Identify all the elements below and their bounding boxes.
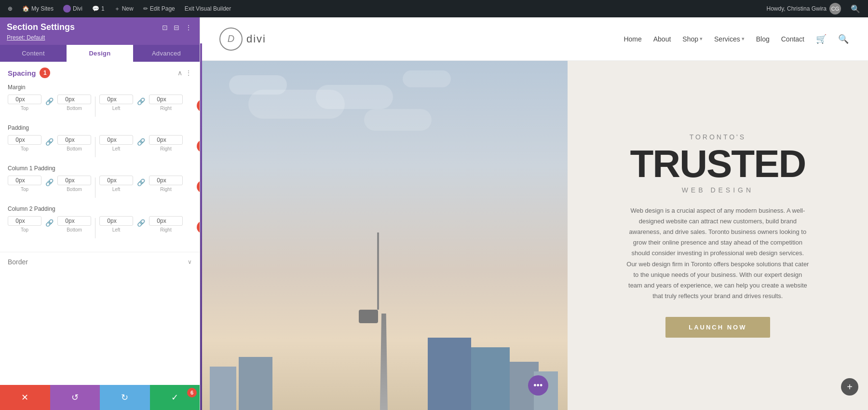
admin-bar: ⊕ 🏠 My Sites Divi 💬 1 ＋ New ✏ Edit Page …	[0, 0, 868, 17]
redo-button[interactable]: ↻	[100, 385, 150, 410]
col2-bottom-label: Bottom	[67, 227, 82, 232]
nav-shop[interactable]: Shop ▾	[682, 35, 703, 43]
padding-right-field[interactable]	[152, 137, 171, 143]
save-badge: 6	[187, 388, 197, 397]
padding-left-field[interactable]	[103, 137, 121, 143]
tab-advanced[interactable]: Advanced	[133, 45, 200, 62]
building-6	[210, 367, 236, 410]
my-sites-button[interactable]: 🏠 My Sites	[18, 0, 57, 17]
nav-blog[interactable]: Blog	[756, 35, 770, 43]
col2-left-field[interactable]	[103, 218, 121, 224]
cancel-button[interactable]: ✕	[0, 385, 50, 410]
margin-bottom-field[interactable]	[61, 96, 79, 103]
edit-page-button[interactable]: ✏ Edit Page	[139, 0, 179, 17]
nav-home[interactable]: Home	[624, 35, 641, 43]
col1-link-tb-icon[interactable]: 🔗	[42, 178, 56, 186]
tab-content[interactable]: Content	[0, 45, 67, 62]
tab-design[interactable]: Design	[67, 45, 133, 62]
col2-right-field[interactable]	[152, 218, 171, 224]
margin-subsection: Margin Top	[8, 84, 192, 117]
padding-link-tb-icon[interactable]: 🔗	[42, 138, 56, 146]
col1-top-field[interactable]	[11, 177, 29, 184]
wp-logo-button[interactable]: ⊕	[4, 0, 16, 17]
col2-link-lr-icon[interactable]: 🔗	[134, 219, 148, 227]
col1-padding-subsection: Column 1 Padding Top 🔗	[8, 165, 192, 198]
undo-icon: ↺	[71, 392, 79, 403]
wp-icon: ⊕	[8, 5, 13, 12]
save-button[interactable]: ✓ 6	[150, 385, 200, 410]
launch-now-button[interactable]: LAUNCH NOW	[665, 317, 770, 338]
nav-search-icon[interactable]: 🔍	[838, 34, 849, 44]
spacing-badge: 1	[40, 68, 50, 78]
margin-left-label: Left	[112, 106, 121, 111]
margin-right-field[interactable]	[152, 96, 171, 103]
border-section-header: Border ∨	[8, 258, 192, 266]
logo-letter: D	[228, 33, 234, 44]
cart-icon[interactable]: 🛒	[816, 34, 827, 44]
col1-right-input: Right	[149, 176, 183, 192]
padding-bottom-field[interactable]	[61, 137, 79, 143]
margin-link-tb-icon[interactable]: 🔗	[42, 97, 56, 105]
padding-bottom-label: Bottom	[67, 146, 82, 151]
floating-more-button[interactable]: •••	[528, 375, 548, 396]
comments-button[interactable]: 💬 1	[88, 0, 108, 17]
hero-section: ••• TORONTO'S TRUSTED WEB DESIGN Web des…	[200, 61, 868, 410]
margin-bottom-input: Bottom	[57, 95, 91, 111]
spacing-header: Spacing 1 ∧ ⋮	[8, 68, 192, 78]
col1-left-field[interactable]	[103, 177, 121, 184]
border-section: Border ∨	[0, 252, 200, 272]
more-dots-icon: •••	[533, 381, 542, 391]
col1-left-input: Left	[99, 176, 133, 192]
new-content-button[interactable]: ＋ New	[110, 0, 137, 17]
col2-top-label: Top	[21, 227, 28, 232]
margin-link-lr-icon[interactable]: 🔗	[134, 97, 148, 105]
border-chevron-icon[interactable]: ∨	[188, 259, 192, 265]
spacing-more-icon[interactable]: ⋮	[185, 69, 192, 77]
col1-left-label: Left	[112, 187, 121, 192]
nav-services[interactable]: Services ▾	[714, 35, 745, 43]
logo-text: divi	[246, 33, 266, 45]
site-nav: Home About Shop ▾ Services ▾ Blog Contac	[624, 34, 849, 44]
divi-logo-icon	[63, 5, 71, 13]
margin-top-field[interactable]	[11, 96, 29, 103]
logo-circle: D	[219, 27, 243, 51]
margin-left-input: Left	[99, 95, 133, 111]
cn-tower-pod	[359, 310, 378, 323]
col1-right-field[interactable]	[152, 177, 171, 184]
padding-divider	[95, 137, 95, 157]
col2-top-field[interactable]	[11, 218, 29, 224]
building-5	[239, 357, 272, 410]
exit-builder-button[interactable]: Exit Visual Builder	[181, 0, 235, 17]
services-dropdown-icon: ▾	[742, 36, 745, 42]
cancel-icon: ✕	[21, 392, 28, 403]
nav-contact[interactable]: Contact	[781, 35, 804, 43]
col1-bottom-field[interactable]	[61, 177, 79, 184]
col1-top-label: Top	[21, 187, 28, 192]
divi-button[interactable]: Divi	[59, 0, 86, 17]
col2-bottom-field[interactable]	[61, 218, 79, 224]
avatar: CG	[829, 3, 841, 14]
floating-plus-button[interactable]: +	[841, 378, 858, 396]
more-options-icon[interactable]: ⋮	[184, 23, 193, 32]
edit-icon: ✏	[143, 5, 148, 12]
col1-link-lr-icon[interactable]: 🔗	[134, 178, 148, 186]
padding-top-field[interactable]	[11, 137, 29, 143]
nav-about[interactable]: About	[653, 35, 671, 43]
col2-left-label: Left	[112, 227, 121, 232]
margin-left-field[interactable]	[103, 96, 121, 103]
padding-label: Padding	[8, 124, 192, 131]
col2-padding-label: Column 2 Padding	[8, 205, 192, 212]
hero-image-area: •••	[200, 61, 568, 410]
hero-subtitle-top: TORONTO'S	[690, 133, 746, 141]
collapse-icon[interactable]: ∧	[177, 69, 182, 77]
col2-link-tb-icon[interactable]: 🔗	[42, 219, 56, 227]
padding-link-lr-icon[interactable]: 🔗	[134, 138, 148, 146]
col1-bottom-label: Bottom	[67, 187, 82, 192]
admin-search-button[interactable]: 🔍	[847, 4, 864, 14]
minimize-icon[interactable]: ⊡	[161, 23, 169, 32]
admin-user-info: Howdy, Christina Gwira CG	[763, 3, 845, 14]
margin-top-label: Top	[21, 106, 28, 111]
undo-button[interactable]: ↺	[50, 385, 100, 410]
cloud-3	[316, 85, 393, 109]
expand-icon[interactable]: ⊟	[173, 23, 180, 32]
